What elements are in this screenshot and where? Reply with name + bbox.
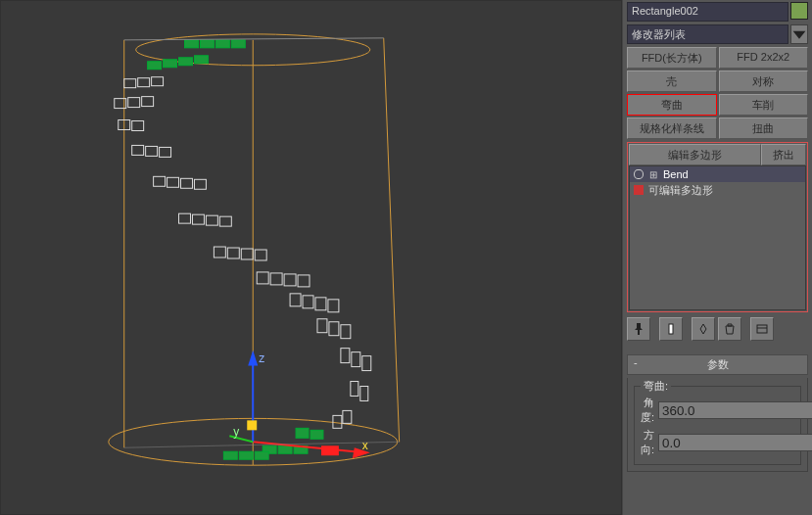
svg-rect-34 bbox=[241, 249, 253, 259]
svg-rect-36 bbox=[257, 272, 268, 284]
svg-rect-61 bbox=[255, 451, 268, 459]
unique-icon bbox=[696, 322, 710, 336]
svg-rect-18 bbox=[142, 97, 154, 107]
svg-rect-23 bbox=[160, 147, 171, 157]
svg-rect-43 bbox=[328, 300, 339, 312]
svg-rect-11 bbox=[179, 58, 193, 66]
svg-rect-73 bbox=[757, 325, 767, 333]
svg-marker-71 bbox=[793, 31, 806, 39]
chevron-down-icon bbox=[791, 26, 807, 42]
object-color-swatch[interactable] bbox=[790, 2, 808, 20]
svg-rect-72 bbox=[669, 324, 673, 334]
configure-icon bbox=[755, 322, 769, 336]
svg-rect-54 bbox=[296, 428, 309, 438]
edit-poly-button[interactable]: 编辑多边形 bbox=[629, 144, 761, 165]
svg-rect-13 bbox=[124, 79, 136, 88]
direction-spinner[interactable]: ▲ ▼ bbox=[658, 434, 812, 451]
command-panel: Rectangle002 修改器列表 FFD(长方体) FFD 2x2x2 壳 … bbox=[622, 0, 812, 515]
svg-rect-50 bbox=[351, 382, 358, 397]
axis-z-label: z bbox=[259, 351, 264, 365]
twist-button[interactable]: 扭曲 bbox=[719, 117, 809, 139]
svg-rect-24 bbox=[154, 176, 166, 186]
viewport[interactable]: x z y bbox=[0, 0, 622, 515]
svg-rect-57 bbox=[278, 445, 292, 453]
group-title: 弯曲: bbox=[641, 379, 671, 394]
ffd-2x2x2-button[interactable]: FFD 2x2x2 bbox=[719, 47, 809, 69]
svg-rect-8 bbox=[231, 40, 245, 48]
pin-icon bbox=[632, 322, 645, 336]
poly-icon bbox=[634, 185, 644, 195]
svg-marker-65 bbox=[248, 351, 258, 366]
svg-rect-44 bbox=[317, 319, 327, 333]
svg-rect-48 bbox=[352, 352, 360, 367]
direction-input[interactable] bbox=[658, 434, 812, 451]
svg-rect-5 bbox=[184, 40, 198, 48]
pin-stack-button[interactable] bbox=[627, 317, 650, 341]
configure-sets-button[interactable] bbox=[750, 317, 774, 341]
show-result-icon bbox=[664, 322, 678, 336]
angle-spinner[interactable]: ▲ ▼ bbox=[658, 401, 812, 419]
params-rollout-body: 弯曲: 角度: ▲ ▼ 方向: ▲ ▼ bbox=[627, 378, 808, 472]
axis-x-label: x bbox=[362, 439, 368, 452]
object-name-field[interactable]: Rectangle002 bbox=[627, 2, 788, 22]
svg-rect-28 bbox=[179, 213, 191, 223]
angle-input[interactable] bbox=[658, 401, 812, 419]
svg-rect-67 bbox=[247, 420, 257, 430]
params-rollout-header[interactable]: 参数 bbox=[627, 354, 808, 375]
modifier-list-dropdown-button[interactable] bbox=[790, 24, 808, 44]
make-unique-button[interactable] bbox=[692, 317, 715, 341]
svg-rect-55 bbox=[310, 430, 323, 439]
modifier-buttons-grid: FFD(长方体) FFD 2x2x2 壳 对称 弯曲 车削 规格化样条线 扭曲 bbox=[627, 47, 808, 139]
stack-item-bend[interactable]: ⊞ Bend bbox=[630, 166, 805, 182]
show-end-result-button[interactable] bbox=[659, 317, 683, 341]
svg-rect-68 bbox=[321, 445, 339, 455]
svg-rect-51 bbox=[360, 386, 368, 400]
svg-rect-49 bbox=[362, 356, 371, 371]
stack-item-editable-poly[interactable]: 可编辑多边形 bbox=[630, 182, 805, 198]
svg-rect-27 bbox=[194, 179, 206, 189]
svg-rect-35 bbox=[255, 250, 266, 260]
svg-rect-53 bbox=[333, 415, 342, 428]
modifier-stack-group: 编辑多边形 挤出 ⊞ Bend 可编辑多边形 bbox=[627, 142, 808, 312]
stack-item-label: 可编辑多边形 bbox=[648, 183, 713, 198]
svg-rect-59 bbox=[223, 451, 237, 459]
svg-rect-47 bbox=[341, 349, 350, 363]
svg-rect-30 bbox=[206, 215, 217, 225]
svg-rect-20 bbox=[132, 121, 144, 131]
trash-icon bbox=[723, 322, 737, 336]
modifier-stack[interactable]: ⊞ Bend 可编辑多边形 bbox=[629, 165, 806, 310]
modifier-list-dropdown[interactable]: 修改器列表 bbox=[627, 24, 788, 44]
axis-y-label: y bbox=[233, 425, 239, 439]
normalize-spline-button[interactable]: 规格化样条线 bbox=[627, 117, 717, 139]
bend-button[interactable]: 弯曲 bbox=[627, 94, 717, 116]
svg-rect-29 bbox=[192, 214, 204, 224]
remove-modifier-button[interactable] bbox=[718, 317, 741, 341]
symmetry-button[interactable]: 对称 bbox=[719, 70, 809, 92]
svg-rect-7 bbox=[215, 40, 229, 48]
svg-rect-40 bbox=[290, 294, 301, 306]
svg-rect-10 bbox=[164, 60, 177, 68]
rollout-title: 参数 bbox=[707, 358, 729, 370]
svg-rect-9 bbox=[148, 62, 162, 70]
lathe-button[interactable]: 车削 bbox=[719, 94, 809, 116]
svg-rect-41 bbox=[303, 296, 313, 308]
expand-icon[interactable]: ⊞ bbox=[648, 169, 658, 180]
modifier-stack-toolbar bbox=[627, 315, 808, 343]
svg-rect-26 bbox=[181, 178, 193, 188]
svg-rect-52 bbox=[343, 410, 352, 423]
svg-rect-6 bbox=[200, 40, 214, 48]
svg-rect-37 bbox=[270, 273, 282, 285]
eye-icon bbox=[634, 169, 644, 179]
svg-rect-46 bbox=[341, 325, 351, 339]
stack-item-label: Bend bbox=[663, 168, 689, 180]
shell-button[interactable]: 壳 bbox=[627, 70, 717, 92]
svg-rect-45 bbox=[329, 322, 339, 336]
svg-rect-21 bbox=[132, 145, 144, 155]
extrude-button[interactable]: 挤出 bbox=[761, 144, 806, 165]
svg-rect-12 bbox=[194, 56, 208, 64]
bend-group: 弯曲: 角度: ▲ ▼ 方向: ▲ ▼ bbox=[634, 386, 801, 465]
ffd-box-button[interactable]: FFD(长方体) bbox=[627, 47, 717, 69]
svg-rect-39 bbox=[298, 275, 310, 287]
direction-label: 方向: bbox=[641, 428, 654, 457]
svg-rect-60 bbox=[239, 451, 253, 459]
